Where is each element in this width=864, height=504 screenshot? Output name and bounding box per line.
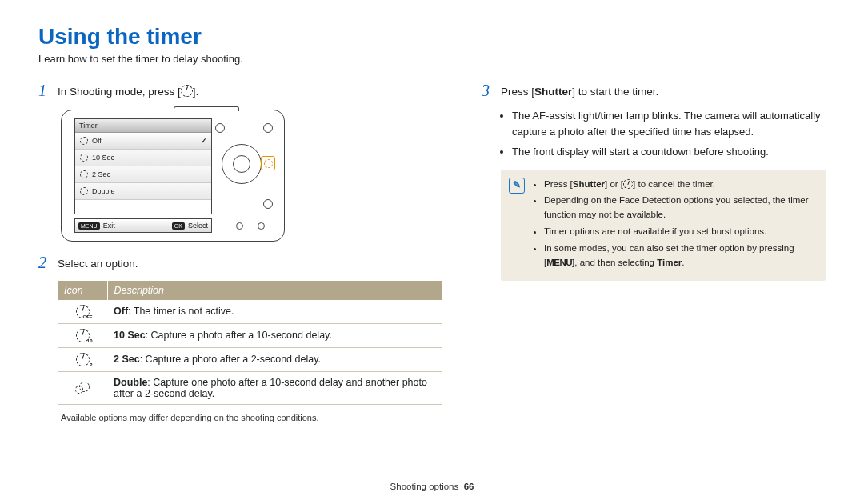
- screen-option-off: Off ✓: [75, 133, 211, 150]
- screen-title: Timer: [75, 119, 211, 133]
- camera-button: [263, 199, 273, 209]
- screen-option-10sec: 10 Sec: [75, 150, 211, 166]
- table-row: 10 10 Sec: Capture a photo after a 10-se…: [58, 323, 442, 347]
- step-2-text: Select an option.: [58, 254, 138, 272]
- step-1-prefix: In Shooting mode, press [: [58, 86, 181, 98]
- footnote: Available options may differ depending o…: [61, 413, 442, 422]
- option-name: 2 Sec: [114, 354, 140, 365]
- screen-option-2sec: 2 Sec: [75, 166, 211, 183]
- camera-button: [263, 123, 273, 133]
- exit-label: Exit: [103, 222, 115, 230]
- timer-2sec-icon: 2: [76, 353, 90, 366]
- th-description: Description: [107, 281, 442, 300]
- step-3: 3 Press [Shutter] to start the timer.: [482, 82, 826, 100]
- screen-footer: MENU Exit OK Select: [74, 218, 212, 233]
- option-label: 2 Sec: [92, 170, 110, 178]
- note-text: .: [682, 258, 684, 267]
- timer-icon: [181, 85, 193, 97]
- timer-2-mini-icon: [80, 170, 88, 178]
- footer-page-number: 66: [464, 482, 474, 491]
- note-text: ] to cancel the timer.: [633, 179, 715, 189]
- note-text: ] or [: [605, 179, 623, 189]
- option-name: Off: [114, 306, 128, 317]
- timer-off-icon: OFF: [76, 305, 90, 318]
- ok-button-label: OK: [172, 222, 185, 230]
- bullet-item: The AF-assist light/timer lamp blinks. T…: [512, 108, 826, 140]
- note-box: ✎ Press [Shutter] or [] to cancel the ti…: [501, 170, 826, 281]
- camera-screen: Timer Off ✓ 10 Sec 2 Sec Double: [74, 118, 212, 214]
- timer-10sec-icon: 10: [76, 329, 90, 342]
- left-column: 1 In Shooting mode, press []. Timer Off …: [38, 76, 442, 422]
- step-1-suffix: ].: [193, 86, 199, 98]
- dpad-control: [222, 144, 262, 184]
- option-name: Double: [114, 377, 147, 388]
- option-label: Double: [92, 187, 115, 195]
- option-desc: : Capture one photo after a 10-second de…: [114, 377, 427, 399]
- table-row: 2 2 Sec: Capture a photo after a 2-secon…: [58, 347, 442, 371]
- page-title: Using the timer: [38, 24, 826, 50]
- note-icon: ✎: [509, 178, 525, 194]
- screen-option-double: Double: [75, 183, 211, 200]
- step-1-text: In Shooting mode, press [].: [58, 82, 198, 100]
- note-item: Press [Shutter] or [] to cancel the time…: [544, 178, 814, 192]
- check-icon: ✓: [201, 137, 207, 145]
- footer-section: Shooting options: [390, 482, 459, 491]
- note-text: ], and then selecting: [572, 258, 657, 267]
- step-2: 2 Select an option.: [38, 254, 442, 272]
- step-number: 1: [38, 82, 58, 98]
- menu-button-label: MENU: [78, 222, 100, 230]
- step-3-bullets: The AF-assist light/timer lamp blinks. T…: [501, 108, 826, 159]
- option-label: Off: [92, 137, 102, 145]
- step-number: 3: [482, 82, 501, 98]
- step-3-suffix: ] to start the timer.: [572, 86, 658, 98]
- option-desc: : The timer is not active.: [128, 306, 234, 317]
- step-3-text: Press [Shutter] to start the timer.: [501, 82, 658, 100]
- menu-label: MENU: [546, 258, 572, 267]
- note-text: Press [: [544, 179, 573, 189]
- option-desc: : Capture a photo after a 10-second dela…: [146, 330, 332, 341]
- timer-double-mini-icon: [80, 187, 88, 195]
- intro-text: Learn how to set the timer to delay shoo…: [38, 53, 826, 65]
- select-label: Select: [188, 222, 208, 230]
- note-item: Timer options are not available if you s…: [544, 225, 814, 239]
- camera-button: [215, 123, 225, 133]
- note-item: Depending on the Face Detection options …: [544, 194, 814, 222]
- right-column: 3 Press [Shutter] to start the timer. Th…: [482, 76, 826, 422]
- timer-button-highlight: [261, 156, 275, 170]
- option-name: 10 Sec: [114, 330, 146, 341]
- step-1: 1 In Shooting mode, press [].: [38, 82, 442, 100]
- step-3-prefix: Press [: [501, 86, 534, 98]
- note-item: In some modes, you can also set the time…: [544, 242, 814, 270]
- timer-off-mini-icon: [80, 137, 88, 145]
- camera-bottom-buttons: [236, 222, 265, 230]
- camera-illustration: Timer Off ✓ 10 Sec 2 Sec Double: [61, 110, 285, 242]
- timer-label: Timer: [657, 258, 682, 267]
- option-desc: : Capture a photo after a 2-second delay…: [140, 354, 321, 365]
- timer-icon: [623, 179, 633, 189]
- shutter-label: Shutter: [573, 179, 605, 189]
- timer-10-mini-icon: [80, 154, 88, 162]
- bullet-item: The front display will start a countdown…: [512, 144, 826, 160]
- options-table: Icon Description OFF Off: The timer is n…: [58, 281, 442, 405]
- step-number: 2: [38, 254, 58, 270]
- option-label: 10 Sec: [92, 154, 114, 162]
- shutter-label: Shutter: [534, 86, 572, 98]
- page-footer: Shooting options 66: [0, 482, 864, 491]
- th-icon: Icon: [58, 281, 107, 300]
- timer-double-icon: [75, 382, 90, 394]
- table-row: OFF Off: The timer is not active.: [58, 300, 442, 324]
- table-row: Double: Capture one photo after a 10-sec…: [58, 371, 442, 404]
